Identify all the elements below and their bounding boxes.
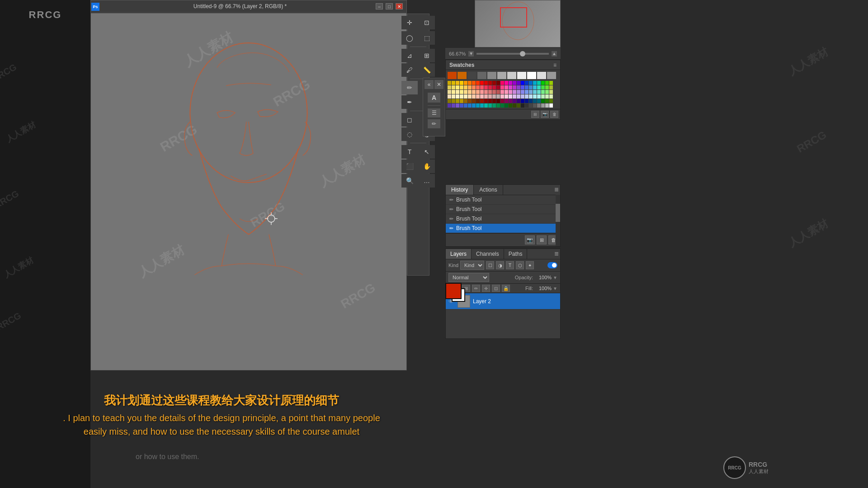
shape-filter-btn[interactable]: ⬡: [516, 261, 524, 269]
swatch-cell[interactable]: [549, 103, 553, 108]
swatch-cell[interactable]: [549, 99, 553, 103]
swatch-cell[interactable]: [521, 85, 524, 89]
swatch-cell[interactable]: [500, 81, 504, 85]
panel-collapse-left[interactable]: «: [425, 80, 434, 89]
transform-tool[interactable]: ⊞: [419, 49, 435, 62]
swatch-cell[interactable]: [521, 81, 524, 85]
swatch-cell[interactable]: [472, 85, 476, 89]
swatch-cell[interactable]: [505, 90, 508, 94]
history-scrollbar-thumb[interactable]: [556, 204, 560, 222]
paths-tab[interactable]: Paths: [504, 249, 528, 259]
swatch-cell[interactable]: [484, 81, 488, 85]
swatch-cell[interactable]: [533, 103, 537, 108]
swatch-cell[interactable]: [533, 99, 537, 103]
swatch-cell[interactable]: [484, 99, 488, 103]
new-snapshot-btn[interactable]: 📷: [525, 235, 535, 244]
swatch-cell[interactable]: [496, 90, 500, 94]
swatch-cell[interactable]: [468, 90, 472, 94]
swatch-cell[interactable]: [484, 85, 488, 89]
swatch-cell[interactable]: [537, 103, 541, 108]
swatch-cell[interactable]: [545, 99, 549, 103]
lasso-tool[interactable]: ◯: [401, 31, 418, 45]
new-document-btn[interactable]: ⊞: [537, 235, 547, 244]
swatch-cell[interactable]: [468, 81, 472, 85]
swatch-lighter-gray[interactable]: [507, 72, 516, 79]
swatch-cell[interactable]: [549, 81, 553, 85]
swatch-cell[interactable]: [517, 94, 520, 99]
swatch-cell[interactable]: [525, 81, 528, 85]
swatch-white[interactable]: [527, 72, 536, 79]
history-item-1[interactable]: ✏ Brush Tool: [446, 195, 560, 205]
select-tool[interactable]: ⬚: [419, 31, 435, 45]
swatch-cell[interactable]: [509, 90, 512, 94]
swatch-cell[interactable]: [537, 85, 541, 89]
artboard-tool[interactable]: ⊡: [419, 16, 435, 29]
swatch-cell[interactable]: [496, 103, 500, 108]
lock-artboard-btn[interactable]: ⊡: [492, 285, 500, 292]
panel-close-mini[interactable]: ✕: [434, 80, 443, 89]
swatch-cell[interactable]: [529, 90, 533, 94]
swatch-cell[interactable]: [505, 99, 508, 103]
swatch-cell[interactable]: [460, 85, 463, 89]
swatch-cell[interactable]: [505, 81, 508, 85]
swatch-cell[interactable]: [496, 85, 500, 89]
swatch-cell[interactable]: [549, 90, 553, 94]
swatch-cell[interactable]: [545, 90, 549, 94]
swatch-cell[interactable]: [500, 103, 504, 108]
swatch-orange[interactable]: [458, 72, 467, 79]
layers-panel-menu[interactable]: ≡: [553, 249, 560, 259]
swatch-near-white[interactable]: [517, 72, 526, 79]
eyedropper-tool[interactable]: 🖋: [401, 63, 418, 77]
blend-mode-select[interactable]: Normal: [448, 273, 489, 282]
swatch-cell[interactable]: [517, 81, 520, 85]
swatch-cell[interactable]: [533, 81, 537, 85]
layers-tab[interactable]: Layers: [446, 249, 472, 259]
swatch-gray[interactable]: [477, 72, 486, 79]
swatch-cell[interactable]: [509, 103, 512, 108]
swatch-cell[interactable]: [448, 99, 451, 103]
swatch-cell[interactable]: [488, 81, 492, 85]
swatch-cell[interactable]: [460, 81, 463, 85]
swatch-cell[interactable]: [521, 90, 524, 94]
measure-tool[interactable]: 📏: [419, 63, 435, 77]
swatch-cell[interactable]: [468, 94, 472, 99]
swatch-cell[interactable]: [464, 99, 467, 103]
swatch-cell[interactable]: [505, 85, 508, 89]
swatch-cell[interactable]: [500, 90, 504, 94]
swatch-cell[interactable]: [513, 103, 516, 108]
swatch-cell[interactable]: [492, 103, 496, 108]
swatch-cell[interactable]: [537, 90, 541, 94]
swatch-cell[interactable]: [509, 94, 512, 99]
swatch-cell[interactable]: [521, 99, 524, 103]
swatch-cell[interactable]: [549, 85, 553, 89]
maximize-button[interactable]: □: [386, 3, 393, 9]
swatch-cell[interactable]: [480, 81, 484, 85]
swatch-cell[interactable]: [517, 99, 520, 103]
swatch-cell[interactable]: [533, 94, 537, 99]
brush-preset-btn[interactable]: ✏: [428, 119, 440, 128]
move-tool[interactable]: ✛: [401, 16, 418, 29]
swatch-cell[interactable]: [460, 94, 463, 99]
swatch-cell[interactable]: [541, 99, 545, 103]
swatch-cell[interactable]: [541, 85, 545, 89]
text-tool[interactable]: T: [401, 145, 418, 159]
swatch-cell[interactable]: [525, 94, 528, 99]
swatch-cell[interactable]: [537, 94, 541, 99]
more-tools[interactable]: …: [419, 174, 435, 188]
swatch-cell[interactable]: [517, 90, 520, 94]
history-item-2[interactable]: ✏ Brush Tool: [446, 205, 560, 214]
swatch-cell[interactable]: [472, 99, 476, 103]
crop-tool[interactable]: ⊿: [401, 49, 418, 62]
lock-pixels-btn[interactable]: ✏: [472, 285, 480, 292]
history-panel-menu[interactable]: ≡: [553, 185, 560, 195]
swatch-cell[interactable]: [541, 103, 545, 108]
canvas-area[interactable]: 人人素材 RRCG RRCG 人人素材 RRCG 人人素材 RRCG: [91, 13, 406, 370]
history-item-3[interactable]: ✏ Brush Tool: [446, 214, 560, 224]
swatch-cell[interactable]: [464, 81, 467, 85]
window-controls[interactable]: – □ ✕: [376, 3, 403, 9]
swatch-cell[interactable]: [452, 85, 455, 89]
swatch-cell[interactable]: [468, 103, 472, 108]
swatch-cell[interactable]: [545, 94, 549, 99]
swatch-cell[interactable]: [513, 81, 516, 85]
swatch-cell[interactable]: [488, 103, 492, 108]
